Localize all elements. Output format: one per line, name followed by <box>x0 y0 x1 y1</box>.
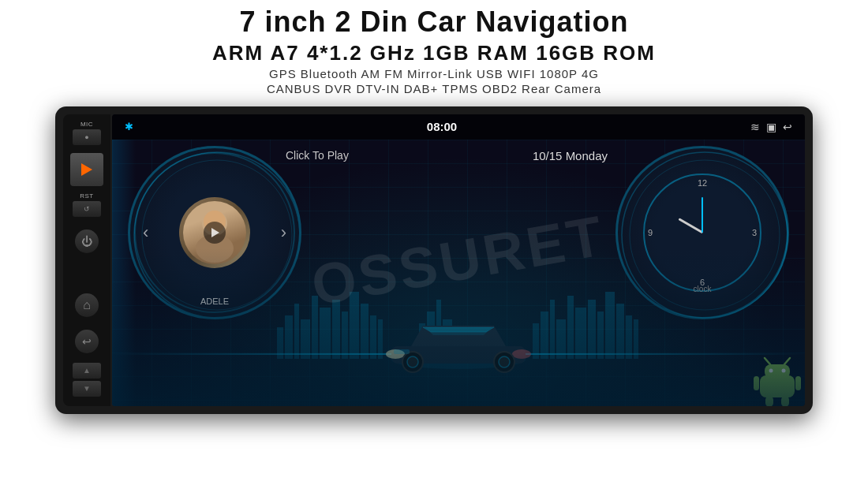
vol-up-icon: ▲ <box>83 366 91 375</box>
home-button[interactable]: ⌂ <box>75 293 99 317</box>
power-icon: ⏻ <box>81 235 92 248</box>
left-panel: MIC ● RST ↺ ⏻ ⌂ ↩ <box>63 114 110 406</box>
status-right: ≋ ▣ ↩ <box>750 121 792 133</box>
power-button[interactable]: ⏻ <box>75 229 99 253</box>
mic-button[interactable]: ● <box>73 129 101 145</box>
features-line1: GPS Bluetooth AM FM Mirror-Link USB WIFI… <box>16 67 852 80</box>
hour-hand <box>678 218 703 233</box>
play-icon <box>81 163 92 176</box>
play-center-button[interactable] <box>204 222 226 244</box>
header: 7 inch 2 Din Car Navigation ARM A7 4*1.2… <box>0 0 868 102</box>
date-display: 10/15 Monday <box>533 149 608 162</box>
vol-down-button[interactable]: ▼ <box>73 381 101 397</box>
time-display: 08:00 <box>427 120 457 133</box>
rst-group: RST ↺ <box>73 192 101 217</box>
next-track-button[interactable]: › <box>281 222 286 243</box>
back-button[interactable]: ↩ <box>75 330 99 353</box>
play-button[interactable] <box>70 153 103 186</box>
mic-group: MIC ● <box>73 121 101 145</box>
screen-perspective-overlay <box>112 248 805 406</box>
prev-track-button[interactable]: ‹ <box>143 222 148 243</box>
rst-label: RST <box>80 192 94 200</box>
window-icon: ▣ <box>766 121 776 133</box>
rst-button[interactable]: ↺ <box>73 201 101 217</box>
signal-icon: ≋ <box>750 121 760 133</box>
car-radio-device: MIC ● RST ↺ ⏻ ⌂ ↩ <box>55 106 813 414</box>
main-screen: ✱ 08:00 ≋ ▣ ↩ <box>112 114 805 406</box>
minute-hand <box>702 197 703 233</box>
specs-line: ARM A7 4*1.2 GHz 1GB RAM 16GB ROM <box>16 41 852 65</box>
features-line2: CANBUS DVR DTV-IN DAB+ TPMS OBD2 Rear Ca… <box>16 82 852 95</box>
play-triangle-icon <box>211 228 219 237</box>
status-left: ✱ <box>125 121 133 132</box>
mic-label: MIC <box>80 121 93 128</box>
bluetooth-icon: ✱ <box>125 121 133 132</box>
clock-num-3: 3 <box>752 228 757 237</box>
main-title: 7 inch 2 Din Car Navigation <box>16 6 852 38</box>
device-body: MIC ● RST ↺ ⏻ ⌂ ↩ <box>55 106 813 414</box>
vol-up-button[interactable]: ▲ <box>73 363 101 379</box>
return-icon: ↩ <box>783 121 792 133</box>
home-icon: ⌂ <box>83 298 91 312</box>
clock-num-12: 12 <box>698 178 707 188</box>
status-bar: ✱ 08:00 ≋ ▣ ↩ <box>112 114 805 140</box>
clock-num-9: 9 <box>648 228 653 237</box>
back-icon: ↩ <box>82 335 92 348</box>
vol-down-icon: ▼ <box>83 384 91 393</box>
